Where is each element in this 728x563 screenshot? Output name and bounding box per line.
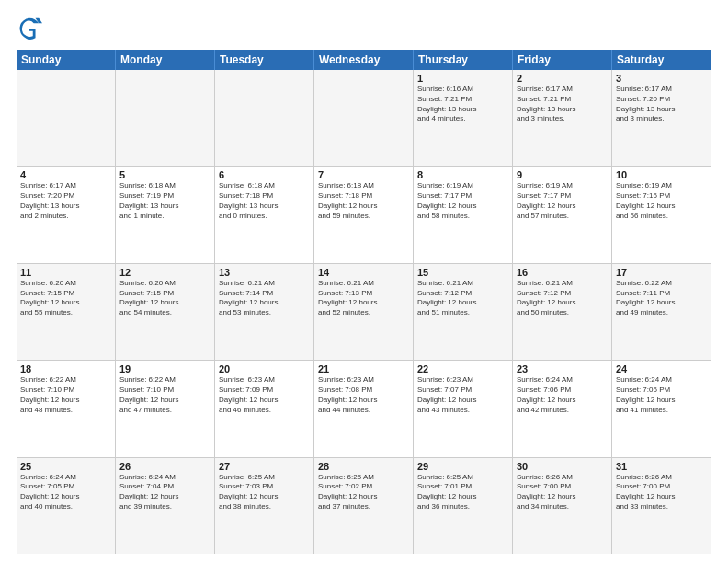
calendar-day-19: 19Sunrise: 6:22 AM Sunset: 7:10 PM Dayli… — [116, 361, 215, 456]
day-number: 2 — [517, 73, 608, 84]
day-number: 27 — [219, 461, 310, 472]
calendar-day-14: 14Sunrise: 6:21 AM Sunset: 7:13 PM Dayli… — [314, 264, 414, 360]
day-number: 28 — [318, 461, 409, 472]
calendar-week-2: 4Sunrise: 6:17 AM Sunset: 7:20 PM Daylig… — [17, 167, 711, 263]
day-info: Sunrise: 6:25 AM Sunset: 7:01 PM Dayligh… — [417, 473, 508, 512]
weekday-header-saturday: Saturday — [612, 50, 711, 70]
day-number: 26 — [119, 461, 210, 472]
day-number: 21 — [318, 363, 409, 374]
day-info: Sunrise: 6:19 AM Sunset: 7:17 PM Dayligh… — [417, 181, 508, 221]
day-info: Sunrise: 6:19 AM Sunset: 7:17 PM Dayligh… — [517, 181, 608, 221]
day-info: Sunrise: 6:22 AM Sunset: 7:10 PM Dayligh… — [119, 375, 210, 415]
day-number: 25 — [20, 461, 111, 472]
day-info: Sunrise: 6:18 AM Sunset: 7:18 PM Dayligh… — [219, 181, 310, 221]
weekday-header-monday: Monday — [116, 50, 215, 70]
day-number: 13 — [219, 267, 310, 278]
calendar-day-16: 16Sunrise: 6:21 AM Sunset: 7:12 PM Dayli… — [513, 264, 612, 360]
day-number: 17 — [616, 267, 708, 278]
day-info: Sunrise: 6:22 AM Sunset: 7:10 PM Dayligh… — [20, 375, 111, 415]
day-info: Sunrise: 6:22 AM Sunset: 7:11 PM Dayligh… — [616, 279, 708, 318]
calendar-day-8: 8Sunrise: 6:19 AM Sunset: 7:17 PM Daylig… — [414, 167, 513, 262]
calendar-day-2: 2Sunrise: 6:17 AM Sunset: 7:21 PM Daylig… — [513, 70, 612, 166]
calendar-week-1: 1Sunrise: 6:16 AM Sunset: 7:21 PM Daylig… — [17, 70, 711, 167]
day-number: 23 — [517, 363, 608, 374]
calendar-day-15: 15Sunrise: 6:21 AM Sunset: 7:12 PM Dayli… — [414, 264, 513, 360]
calendar-day-23: 23Sunrise: 6:24 AM Sunset: 7:06 PM Dayli… — [513, 361, 612, 456]
day-info: Sunrise: 6:17 AM Sunset: 7:20 PM Dayligh… — [616, 85, 708, 124]
calendar-day-5: 5Sunrise: 6:18 AM Sunset: 7:19 PM Daylig… — [116, 167, 215, 262]
calendar-day-12: 12Sunrise: 6:20 AM Sunset: 7:15 PM Dayli… — [116, 264, 215, 360]
calendar-day-22: 22Sunrise: 6:23 AM Sunset: 7:07 PM Dayli… — [414, 361, 513, 456]
weekday-header-sunday: Sunday — [17, 50, 116, 70]
calendar-day-30: 30Sunrise: 6:26 AM Sunset: 7:00 PM Dayli… — [513, 458, 612, 554]
calendar-day-6: 6Sunrise: 6:18 AM Sunset: 7:18 PM Daylig… — [215, 167, 314, 262]
calendar-day-20: 20Sunrise: 6:23 AM Sunset: 7:09 PM Dayli… — [215, 361, 314, 456]
day-info: Sunrise: 6:18 AM Sunset: 7:18 PM Dayligh… — [318, 181, 409, 221]
calendar-day-28: 28Sunrise: 6:25 AM Sunset: 7:02 PM Dayli… — [314, 458, 414, 554]
day-info: Sunrise: 6:23 AM Sunset: 7:08 PM Dayligh… — [318, 375, 409, 415]
calendar-empty-cell — [116, 70, 215, 166]
calendar-day-31: 31Sunrise: 6:26 AM Sunset: 7:00 PM Dayli… — [612, 458, 711, 554]
day-info: Sunrise: 6:25 AM Sunset: 7:03 PM Dayligh… — [219, 473, 310, 512]
calendar-day-21: 21Sunrise: 6:23 AM Sunset: 7:08 PM Dayli… — [314, 361, 414, 456]
calendar-header: SundayMondayTuesdayWednesdayThursdayFrid… — [17, 50, 711, 70]
calendar-body: 1Sunrise: 6:16 AM Sunset: 7:21 PM Daylig… — [17, 70, 711, 554]
day-number: 11 — [20, 267, 111, 278]
day-info: Sunrise: 6:26 AM Sunset: 7:00 PM Dayligh… — [517, 473, 608, 512]
day-info: Sunrise: 6:21 AM Sunset: 7:12 PM Dayligh… — [517, 279, 608, 318]
calendar-day-9: 9Sunrise: 6:19 AM Sunset: 7:17 PM Daylig… — [513, 167, 612, 262]
day-info: Sunrise: 6:20 AM Sunset: 7:15 PM Dayligh… — [20, 279, 111, 318]
weekday-header-wednesday: Wednesday — [314, 50, 414, 70]
day-number: 31 — [616, 461, 708, 472]
day-number: 19 — [119, 363, 210, 374]
day-number: 4 — [20, 169, 111, 180]
calendar-empty-cell — [17, 70, 116, 166]
day-number: 22 — [417, 363, 508, 374]
calendar-day-7: 7Sunrise: 6:18 AM Sunset: 7:18 PM Daylig… — [314, 167, 414, 262]
day-info: Sunrise: 6:17 AM Sunset: 7:21 PM Dayligh… — [517, 85, 608, 124]
calendar-day-18: 18Sunrise: 6:22 AM Sunset: 7:10 PM Dayli… — [17, 361, 116, 456]
day-number: 16 — [517, 267, 608, 278]
day-info: Sunrise: 6:20 AM Sunset: 7:15 PM Dayligh… — [119, 279, 210, 318]
weekday-header-thursday: Thursday — [414, 50, 513, 70]
day-number: 12 — [119, 267, 210, 278]
day-info: Sunrise: 6:19 AM Sunset: 7:16 PM Dayligh… — [616, 181, 708, 221]
day-number: 20 — [219, 363, 310, 374]
calendar-day-1: 1Sunrise: 6:16 AM Sunset: 7:21 PM Daylig… — [414, 70, 513, 166]
calendar-day-10: 10Sunrise: 6:19 AM Sunset: 7:16 PM Dayli… — [612, 167, 711, 262]
calendar-empty-cell — [314, 70, 414, 166]
calendar-day-4: 4Sunrise: 6:17 AM Sunset: 7:20 PM Daylig… — [17, 167, 116, 262]
day-info: Sunrise: 6:24 AM Sunset: 7:06 PM Dayligh… — [517, 375, 608, 415]
logo-icon — [17, 15, 42, 40]
calendar-day-29: 29Sunrise: 6:25 AM Sunset: 7:01 PM Dayli… — [414, 458, 513, 554]
day-info: Sunrise: 6:24 AM Sunset: 7:05 PM Dayligh… — [20, 473, 111, 512]
weekday-header-tuesday: Tuesday — [215, 50, 314, 70]
logo — [17, 15, 46, 40]
day-number: 1 — [417, 73, 508, 84]
day-number: 15 — [417, 267, 508, 278]
day-info: Sunrise: 6:23 AM Sunset: 7:07 PM Dayligh… — [417, 375, 508, 415]
page-header — [17, 15, 711, 40]
day-info: Sunrise: 6:21 AM Sunset: 7:12 PM Dayligh… — [417, 279, 508, 318]
calendar-day-17: 17Sunrise: 6:22 AM Sunset: 7:11 PM Dayli… — [612, 264, 711, 360]
day-number: 9 — [517, 169, 608, 180]
day-number: 29 — [417, 461, 508, 472]
weekday-header-friday: Friday — [513, 50, 612, 70]
day-number: 18 — [20, 363, 111, 374]
day-info: Sunrise: 6:18 AM Sunset: 7:19 PM Dayligh… — [119, 181, 210, 221]
day-info: Sunrise: 6:25 AM Sunset: 7:02 PM Dayligh… — [318, 473, 409, 512]
day-number: 5 — [119, 169, 210, 180]
calendar-week-5: 25Sunrise: 6:24 AM Sunset: 7:05 PM Dayli… — [17, 458, 711, 554]
calendar-day-27: 27Sunrise: 6:25 AM Sunset: 7:03 PM Dayli… — [215, 458, 314, 554]
day-info: Sunrise: 6:24 AM Sunset: 7:06 PM Dayligh… — [616, 375, 708, 415]
calendar-day-24: 24Sunrise: 6:24 AM Sunset: 7:06 PM Dayli… — [612, 361, 711, 456]
day-info: Sunrise: 6:24 AM Sunset: 7:04 PM Dayligh… — [119, 473, 210, 512]
day-number: 8 — [417, 169, 508, 180]
day-number: 6 — [219, 169, 310, 180]
day-info: Sunrise: 6:23 AM Sunset: 7:09 PM Dayligh… — [219, 375, 310, 415]
calendar-day-13: 13Sunrise: 6:21 AM Sunset: 7:14 PM Dayli… — [215, 264, 314, 360]
day-info: Sunrise: 6:16 AM Sunset: 7:21 PM Dayligh… — [417, 85, 508, 124]
day-info: Sunrise: 6:21 AM Sunset: 7:13 PM Dayligh… — [318, 279, 409, 318]
calendar-week-4: 18Sunrise: 6:22 AM Sunset: 7:10 PM Dayli… — [17, 361, 711, 457]
day-number: 30 — [517, 461, 608, 472]
